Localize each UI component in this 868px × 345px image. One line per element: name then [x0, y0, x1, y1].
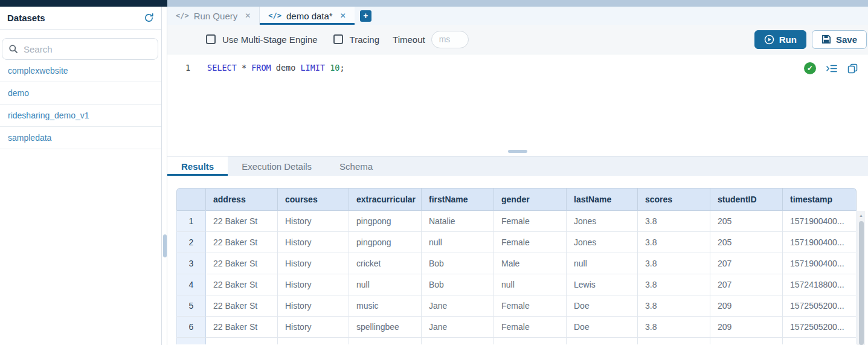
refresh-button[interactable] — [144, 13, 154, 23]
table-cell: 209 — [710, 295, 783, 317]
row-number-cell: 3 — [176, 253, 206, 274]
table-cell: Lewis — [567, 274, 638, 295]
column-header: courses — [278, 188, 349, 211]
table-cell: Jones — [567, 232, 638, 253]
table-cell: 3.8 — [638, 232, 710, 253]
table-cell: 205 — [710, 232, 783, 253]
column-header: firstName — [422, 188, 494, 211]
tracing-checkbox[interactable] — [333, 34, 343, 44]
table-cell: History — [278, 317, 349, 338]
table-cell: Jane — [422, 295, 494, 317]
column-header: address — [206, 188, 278, 211]
copy-query-icon[interactable] — [847, 63, 858, 74]
table-cell: History — [278, 295, 349, 317]
table-cell: pingpong — [349, 211, 422, 232]
results-body: 122 Baker StHistorypingpongNatalieFemale… — [176, 211, 857, 344]
tab-label: Run Query — [194, 11, 238, 21]
row-number-cell: 4 — [176, 274, 206, 295]
table-cell: 207 — [710, 253, 783, 274]
table-cell: Natalie — [422, 211, 494, 232]
tab-results[interactable]: Results — [167, 156, 228, 176]
results-table: addresscoursesextracurricularfirstNamege… — [176, 188, 857, 344]
table-cell — [206, 338, 278, 344]
table-cell: 22 Baker St — [206, 295, 278, 317]
table-cell: 205 — [710, 211, 783, 232]
multistage-label: Use Multi-Stage Engine — [222, 34, 318, 45]
table-cell: 207 — [710, 274, 783, 295]
query-toolbar: Use Multi-Stage Engine Tracing Timeout R… — [167, 25, 868, 54]
row-number-cell: 5 — [176, 295, 206, 317]
column-header: scores — [638, 188, 710, 211]
dataset-search-box[interactable] — [2, 38, 158, 60]
table-cell: 22 Baker St — [206, 317, 278, 338]
sidebar-item-ridesharing-demo-v1[interactable]: ridesharing_demo_v1 — [0, 105, 161, 127]
panel-splitter[interactable] — [162, 0, 167, 345]
timeout-input[interactable] — [431, 31, 469, 48]
sidebar-item-demo[interactable]: demo — [0, 82, 161, 105]
tab-label: demo data* — [286, 11, 333, 21]
tab-run-query[interactable]: </> Run Query ✕ — [167, 7, 260, 25]
close-icon[interactable]: ✕ — [340, 11, 346, 20]
multistage-checkbox[interactable] — [206, 34, 216, 44]
search-input[interactable] — [24, 44, 152, 54]
table-cell: 22 Baker St — [206, 253, 278, 274]
query-tabbar: </> Run Query ✕ </> demo data* ✕ + — [167, 7, 868, 25]
sidebar-scrollbar-thumb[interactable] — [163, 234, 167, 257]
table-cell: 1571900400... — [783, 232, 857, 253]
table-cell: Bob — [422, 253, 494, 274]
table-cell: 1572505200... — [783, 295, 857, 317]
scroll-up-icon[interactable]: ▲ — [857, 211, 865, 218]
table-cell: music — [349, 295, 422, 317]
tab-demo-data[interactable]: </> demo data* ✕ — [260, 7, 354, 25]
column-header: timestamp — [783, 188, 857, 211]
table-cell: Female — [494, 211, 567, 232]
tab-schema[interactable]: Schema — [326, 156, 387, 176]
table-cell: Jane — [422, 317, 494, 338]
results-tabbar: Results Execution Details Schema — [167, 156, 868, 176]
table-cell: 1571900400... — [783, 211, 857, 232]
timeout-label: Timeout — [393, 34, 425, 45]
close-icon[interactable]: ✕ — [245, 11, 251, 20]
sidebar-item-complexwebsite[interactable]: complexwebsite — [0, 60, 161, 82]
table-cell: null — [494, 274, 567, 295]
add-tab-button[interactable]: + — [360, 10, 371, 22]
table-row: 622 Baker StHistoryspellingbeeJaneFemale… — [176, 317, 857, 338]
table-row: 122 Baker StHistorypingpongNatalieFemale… — [176, 211, 857, 232]
results-panel: addresscoursesextracurricularfirstNamege… — [167, 176, 868, 344]
table-cell: Male — [494, 253, 567, 274]
table-row: 522 Baker StHistorymusicJaneFemaleDoe3.8… — [176, 295, 857, 317]
sidebar-item-sampledata[interactable]: sampledata — [0, 127, 161, 149]
table-cell — [783, 338, 857, 344]
run-button[interactable]: Run — [754, 30, 806, 49]
table-cell: null — [422, 232, 494, 253]
sql-statement: SELECT * FROM demo LIMIT 10; — [207, 63, 345, 73]
table-row: 422 Baker StHistorynullBobnullLewis3.820… — [176, 274, 857, 295]
table-cell: 22 Baker St — [206, 232, 278, 253]
table-cell: pingpong — [349, 232, 422, 253]
sidebar-header: Datasets — [0, 7, 161, 30]
table-cell: Doe — [567, 295, 638, 317]
table-cell: spellingbee — [349, 317, 422, 338]
table-cell: 209 — [710, 317, 783, 338]
table-cell — [567, 338, 638, 344]
run-label: Run — [779, 34, 797, 45]
table-cell: 1572505200... — [783, 317, 857, 338]
table-cell: Female — [494, 295, 567, 317]
results-header-row: addresscoursesextracurricularfirstNamege… — [176, 188, 857, 211]
refresh-icon — [144, 13, 154, 23]
table-cell: 1571900400... — [783, 253, 857, 274]
row-number-cell — [176, 338, 206, 344]
scrollbar-thumb[interactable] — [859, 221, 864, 345]
row-number-cell: 2 — [176, 232, 206, 253]
format-query-icon[interactable] — [826, 64, 837, 73]
table-cell: History — [278, 253, 349, 274]
table-cell: Female — [494, 317, 567, 338]
datasets-sidebar: Datasets complexwebsite demo ridesharing… — [0, 0, 162, 345]
save-button[interactable]: Save — [812, 30, 867, 49]
tab-execution-details[interactable]: Execution Details — [228, 156, 326, 176]
sql-editor[interactable]: 1 SELECT * FROM demo LIMIT 10; ✓ — [167, 54, 868, 156]
results-scrollbar[interactable]: ▲ — [857, 211, 865, 345]
search-icon — [8, 44, 18, 54]
table-cell: Female — [494, 232, 567, 253]
editor-resize-handle[interactable] — [508, 150, 527, 153]
